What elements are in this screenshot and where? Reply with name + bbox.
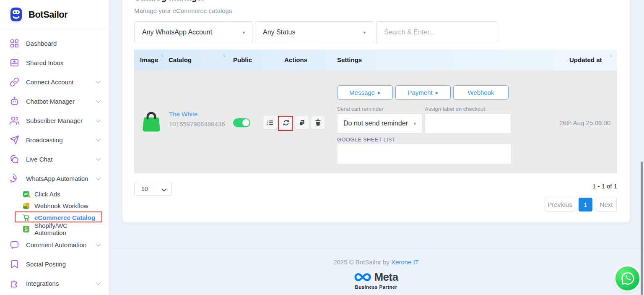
sidebar-item-comment-automation[interactable]: Comment Automation [0, 235, 109, 254]
sidebar-item-label: Subscriber Manager [26, 117, 83, 124]
meta-infinity-icon [354, 272, 371, 283]
column-catalog[interactable]: Catalog [169, 50, 192, 70]
page-size-value: 10 [141, 185, 148, 192]
sidebar-item-chatbot-manager[interactable]: Chatbot Manager [0, 91, 109, 111]
public-toggle[interactable] [233, 118, 250, 127]
sidebar-item-label: WhatsApp Automation [26, 175, 88, 182]
sort-icon[interactable]: ↑↓ [609, 53, 612, 58]
footer-divider [109, 248, 644, 249]
webhook-button-label: Webhook [467, 89, 494, 96]
column-updated-at[interactable]: Updated at [569, 50, 602, 70]
vertical-scrollbar[interactable] [641, 162, 643, 295]
whatsapp-account-filter-value: Any WhatsApp Account [142, 29, 212, 36]
sidebar-item-subscriber-manager[interactable]: Subscriber Manager [0, 111, 109, 130]
chevron-down-icon [96, 175, 101, 180]
dropdown-arrow-icon: ▼ [242, 31, 246, 35]
comment-icon [9, 240, 20, 250]
xerone-it-link[interactable]: Xerone IT [391, 258, 419, 266]
sidebar-item-broadcasting[interactable]: Broadcasting [0, 130, 109, 149]
sidebar-item-shared-inbox[interactable]: Shared Inbox [0, 53, 109, 72]
list-icon [267, 119, 274, 126]
link-icon [9, 77, 20, 87]
sidebar-subitem-ecommerce-catalog[interactable]: eCommerce Catalog [0, 211, 109, 223]
message-settings-button[interactable]: Message ▶ [337, 85, 393, 100]
cart-reminder-label: Send cart reminder [337, 106, 384, 112]
cart-icon [23, 214, 30, 221]
bookmark-icon [9, 259, 20, 269]
sort-icon[interactable]: ↑↓ [160, 53, 163, 58]
sidebar-item-label: Shared Inbox [26, 59, 63, 66]
sidebar-item-label: Dashboard [26, 40, 57, 47]
sidebar-item-whatsapp-automation[interactable]: WhatsApp Automation [0, 169, 109, 188]
sidebar-item-label: Social Posting [26, 261, 66, 268]
page-size-select[interactable]: 10 [134, 182, 172, 196]
sidebar-item-label: Comment Automation [26, 241, 86, 248]
sidebar-item-connect-account[interactable]: Connect Account [0, 72, 109, 91]
status-filter-value: Any Status [263, 29, 295, 36]
refresh-icon [283, 119, 290, 126]
catalog-image[interactable] [141, 112, 162, 133]
page-subtitle: Manage your eCommerce catalogs [134, 7, 232, 14]
sidebar-item-label: Chatbot Manager [26, 98, 75, 105]
toggle-knob [242, 119, 249, 126]
assign-label-label: Assign label on checkout [425, 106, 485, 112]
sidebar-item-dashboard[interactable]: Dashboard [0, 34, 109, 53]
whatsapp-icon [9, 173, 20, 184]
table-header: Image ↑↓ Catalog ↑↓ Public Actions Setti… [134, 50, 617, 70]
business-partner-text: Business Partner [122, 285, 630, 290]
whatsapp-account-filter[interactable]: Any WhatsApp Account ▼ [134, 21, 252, 43]
column-settings: Settings [337, 50, 362, 70]
updated-at-value: 26th Aug 25 06:00 [559, 119, 610, 126]
sync-refresh-button[interactable] [279, 115, 293, 130]
footer-copyright: 2025 © BotSailor by Xerone IT [122, 258, 630, 266]
chevron-down-icon [96, 79, 101, 84]
sidebar-item-integrations[interactable]: Integrations [0, 274, 109, 293]
next-page-button[interactable]: Next [596, 198, 617, 211]
search-input[interactable] [376, 21, 497, 43]
duplicate-button[interactable] [295, 115, 309, 130]
list-items-button[interactable] [263, 115, 277, 130]
webhook-settings-button[interactable]: Webhook [453, 85, 509, 100]
robot-icon [9, 96, 20, 107]
sidebar-subitem-label: eCommerce Catalog [34, 214, 95, 221]
sidebar-item-social-posting[interactable]: Social Posting [0, 254, 109, 274]
users-icon [9, 115, 20, 126]
cart-reminder-select[interactable]: Do not send reminder ▼ [337, 113, 422, 133]
column-actions: Actions [284, 50, 307, 70]
sidebar-subitem-label: Click Ads [34, 191, 60, 198]
google-sheet-label: GOOGLE SHEET LIST [337, 136, 395, 143]
shopify-icon: S [23, 226, 30, 233]
sidebar-nav: Dashboard Shared Inbox Connect Account C… [0, 29, 109, 293]
sidebar-item-live-chat[interactable]: Live Chat [0, 149, 109, 169]
webhook-workflow-icon [23, 202, 30, 209]
copy-icon [299, 119, 305, 126]
catalog-name-link[interactable]: The White [169, 110, 197, 117]
sidebar-subitem-click-ads[interactable]: AD Click Ads [0, 188, 109, 200]
previous-page-button[interactable]: Previous [545, 198, 575, 211]
chevron-down-icon [161, 186, 167, 192]
table-row: The White 1015597906488436 Message ▶ Pay… [134, 70, 617, 173]
dashboard-icon [9, 38, 20, 49]
copyright-text: 2025 © BotSailor by [333, 258, 390, 266]
column-image[interactable]: Image [140, 50, 158, 70]
sort-icon[interactable]: ↑↓ [222, 53, 225, 58]
column-public: Public [233, 50, 252, 70]
brand-logo[interactable]: BotSailor [0, 0, 109, 29]
assign-label-input[interactable] [425, 113, 511, 133]
dropdown-arrow-icon: ▼ [413, 122, 417, 126]
chevron-down-icon [96, 280, 101, 285]
payment-settings-button[interactable]: Payment ▶ [395, 85, 451, 100]
status-filter[interactable]: Any Status ▼ [255, 21, 373, 43]
delete-button[interactable] [311, 115, 325, 130]
chat-bubbles-icon [9, 154, 20, 164]
inbox-icon [9, 57, 20, 68]
sidebar-subitem-label: Webhook Workflow [34, 202, 88, 209]
sidebar-subitem-webhook-workflow[interactable]: Webhook Workflow [0, 200, 109, 211]
sidebar-subitem-shopify-wc-automation[interactable]: S Shopify/WC Automation [0, 223, 109, 235]
chevron-down-icon [96, 98, 101, 103]
google-sheet-input[interactable] [337, 144, 512, 164]
brand-name: BotSailor [29, 9, 68, 20]
whatsapp-fab-button[interactable] [615, 266, 639, 290]
current-page-button[interactable]: 1 [579, 198, 592, 211]
sidebar-item-label: Live Chat [26, 156, 52, 163]
